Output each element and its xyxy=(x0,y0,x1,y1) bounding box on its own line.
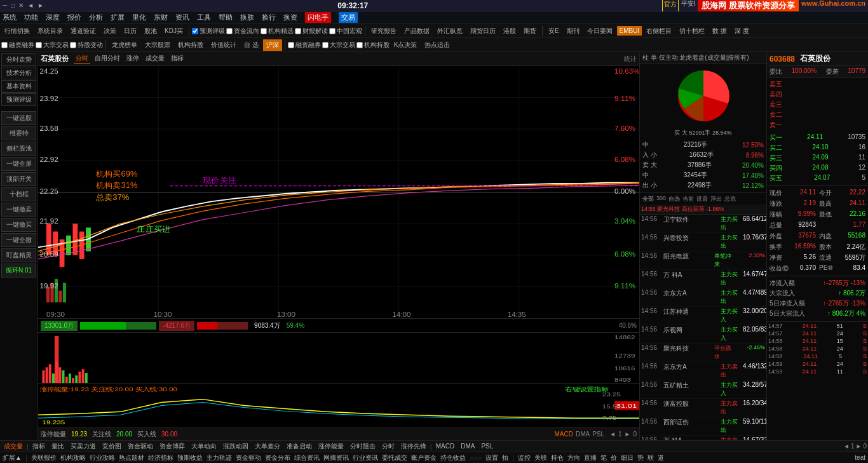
btn-sidebar-pool[interactable]: 侧栏股池 xyxy=(1,142,36,156)
btn-vsaite[interactable]: 维赛特 xyxy=(1,126,36,140)
tb-forex[interactable]: 外汇纵览 xyxy=(434,25,466,37)
btn-monitor[interactable]: 盯盘精灵 xyxy=(1,248,36,262)
btn-ten-frame[interactable]: 十档框 xyxy=(1,187,36,201)
btab-bid[interactable]: 竞价图 xyxy=(100,441,124,452)
bb-position2[interactable]: 持仓 xyxy=(551,453,564,462)
sidebar-tab-technical[interactable]: 技术分析 xyxy=(1,67,36,79)
cb-institution[interactable]: 机构精选 xyxy=(261,27,294,36)
cb-margin2[interactable]: 融资融券 xyxy=(288,41,321,50)
tb-market-switch[interactable]: 行情切换 xyxy=(1,25,33,37)
trade-btn[interactable]: 交易 xyxy=(339,12,358,23)
nav-left[interactable]: ◄ xyxy=(609,431,616,438)
btn-one-select[interactable]: 一键选股 xyxy=(1,111,36,125)
chart-stats[interactable]: 统计 xyxy=(624,55,637,64)
filter-all[interactable]: 全部 xyxy=(642,195,654,203)
filter-watchlist[interactable]: 自选 xyxy=(668,195,680,203)
bb-hottheme[interactable]: 热点题材 xyxy=(119,453,144,462)
menu-dongcai[interactable]: 东财 xyxy=(154,13,168,22)
btab-limitenergy[interactable]: 涨停能量 xyxy=(316,441,346,452)
filter-current[interactable]: 当前 xyxy=(682,195,694,203)
bb-trend[interactable]: 势 xyxy=(637,453,644,462)
bb-price[interactable]: 价 xyxy=(611,453,617,462)
bb-order[interactable]: 委托成交 xyxy=(382,453,407,462)
tb-research[interactable]: 研究报告 xyxy=(368,25,400,37)
macd-tab-dma[interactable]: DMA xyxy=(576,431,590,438)
bb-forecast-return[interactable]: 预期收益 xyxy=(177,453,203,462)
tb-data[interactable]: 数 据 xyxy=(709,25,730,37)
bb-industry[interactable]: 行业攻略 xyxy=(90,453,115,462)
btab-game[interactable]: 资金博弈 xyxy=(157,441,187,452)
btab-dma[interactable]: DMA xyxy=(458,442,477,450)
nav-forward[interactable]: ► xyxy=(37,2,44,9)
menu-analysis[interactable]: 分析 xyxy=(89,13,103,22)
macd-tab-macd[interactable]: MACD xyxy=(554,431,573,438)
cb-bigco[interactable]: 大宗交易 xyxy=(322,41,355,50)
bb-expand[interactable]: 扩展▲ xyxy=(3,453,22,462)
btn-cycle[interactable]: 循环N:01 xyxy=(1,264,36,278)
menu-expand[interactable]: 扩展 xyxy=(111,13,125,22)
tb-kdj[interactable]: KDJ买 xyxy=(161,25,186,37)
cb-shareholding[interactable]: 持股变动 xyxy=(70,41,103,50)
nav-prev[interactable]: ◄ xyxy=(843,443,850,450)
bb-related2[interactable]: 关联 xyxy=(534,453,547,462)
sidebar-tab-forecast[interactable]: 预测评级 xyxy=(1,93,36,106)
bb-link[interactable]: 联 xyxy=(648,453,654,462)
bb-monitor[interactable]: 监控 xyxy=(518,453,531,462)
chart-tab-indicator[interactable]: 指标 xyxy=(169,53,186,64)
btab-prepare[interactable]: 准备启动 xyxy=(284,441,315,452)
btn-cancel-sell[interactable]: 一键撤卖 xyxy=(1,203,36,217)
btab-cashflow[interactable]: 资金驱动 xyxy=(125,441,156,452)
bb-cashdist[interactable]: 资金分布 xyxy=(265,453,290,462)
tb-embui[interactable]: EMBUI xyxy=(617,26,642,36)
tb-depth[interactable]: 深 度 xyxy=(731,25,752,37)
cb-blocktrade[interactable]: 大宗交易 xyxy=(36,41,69,50)
bb-settings[interactable]: 设置 xyxy=(485,453,498,462)
tb-decision[interactable]: 决策 xyxy=(100,25,119,37)
tb-auth[interactable]: 通道验证 xyxy=(67,25,99,37)
maximize-btn[interactable]: □ xyxy=(11,2,15,9)
tb-futures[interactable]: 期货 xyxy=(520,25,539,37)
bb-econindicator[interactable]: 经济指标 xyxy=(148,453,173,462)
btn-fullscreen[interactable]: 一键全屏 xyxy=(1,157,36,171)
bb-digest[interactable]: 网摘资讯 xyxy=(323,453,349,462)
btn-top-toggle[interactable]: 顶部开关 xyxy=(1,172,36,186)
tb-news[interactable]: 今日要闻 xyxy=(584,25,616,37)
tb-bulk[interactable]: 大宗股票 xyxy=(142,39,173,51)
sidebar-tab-basic[interactable]: 基本资料 xyxy=(1,80,36,93)
filter-overview[interactable]: 总览 xyxy=(724,195,736,203)
bb-news[interactable]: 综合资讯 xyxy=(294,453,320,462)
bb-instrategy[interactable]: 机构攻略 xyxy=(60,453,86,462)
nav-right[interactable]: ► xyxy=(625,431,631,438)
menu-skin[interactable]: 换肤 xyxy=(240,13,254,22)
bb-related[interactable]: 关联报价 xyxy=(31,453,57,462)
tb-value[interactable]: 价值统计 xyxy=(208,39,240,51)
btab-macd[interactable]: MACD xyxy=(433,442,457,450)
btab-limitreason[interactable]: 涨跌动因 xyxy=(220,441,251,452)
bb-cashdriver[interactable]: 资金驱动 xyxy=(236,453,261,462)
btab-volratio[interactable]: 量比 xyxy=(49,441,67,452)
chart-tab-timing[interactable]: 分时 xyxy=(74,53,90,64)
tb-period[interactable]: 期刊 xyxy=(564,25,583,37)
tb-watchlist[interactable]: 自 选 xyxy=(241,39,262,51)
tb-ten-levels[interactable]: 切十档栏 xyxy=(676,25,708,37)
tb-system-dir[interactable]: 系统目录 xyxy=(34,25,66,37)
close-btn[interactable]: ✕ xyxy=(18,2,24,9)
menu-tools[interactable]: 工具 xyxy=(197,13,211,22)
filter-settings[interactable]: 设置 xyxy=(696,195,708,203)
cb-forecast[interactable]: 预测评级 xyxy=(192,27,225,36)
minimize-btn[interactable]: ─ xyxy=(3,2,7,9)
btab-volume[interactable]: 成交量 xyxy=(1,441,25,452)
cb-cashflow[interactable]: 资金流向 xyxy=(226,27,259,36)
btab-limitvanguard[interactable]: 涨停先锋 xyxy=(398,441,429,452)
filter-300[interactable]: 300 xyxy=(656,195,666,203)
btab-timingblock[interactable]: 分时阻击 xyxy=(348,441,378,452)
tb-hk[interactable]: 港股 xyxy=(500,25,519,37)
bb-shoot[interactable]: 拍 xyxy=(502,453,508,462)
nav-back[interactable]: ◄ xyxy=(27,2,34,9)
tb-dragboard[interactable]: 龙虎榜单 xyxy=(109,39,140,51)
btab-bigorder[interactable]: 大单动向 xyxy=(189,441,219,452)
bb-account[interactable]: 账户资金 xyxy=(411,453,437,462)
tb-product[interactable]: 产品数据 xyxy=(401,25,433,37)
bb-detail[interactable]: 细日 xyxy=(621,453,634,462)
tb-rightbar[interactable]: 右侧栏目 xyxy=(643,25,675,37)
